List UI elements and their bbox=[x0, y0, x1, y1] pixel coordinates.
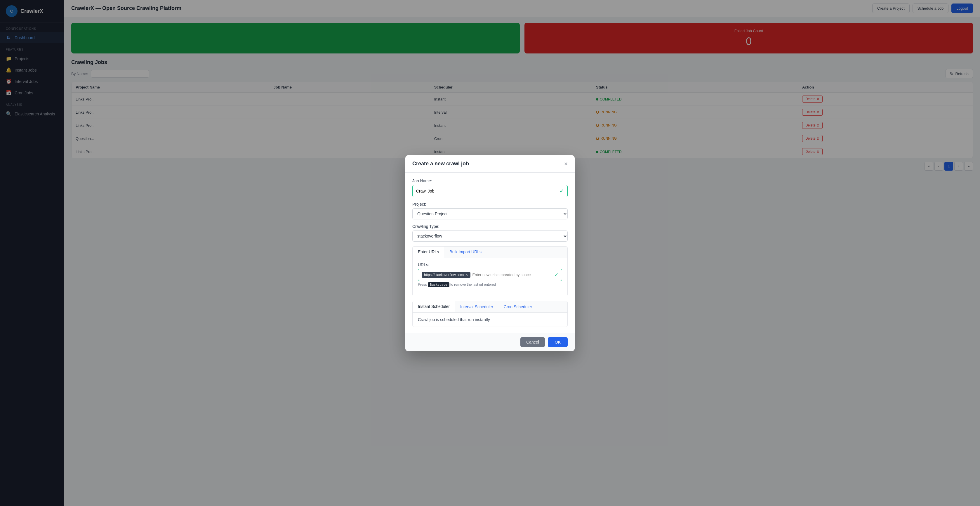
url-tab-group: Enter URLs Bulk Import URLs URLs: https:… bbox=[412, 246, 568, 296]
tab-cron-scheduler[interactable]: Cron Scheduler bbox=[498, 301, 537, 312]
instant-description: Crawl job is scheduled that run instantl… bbox=[418, 317, 490, 322]
scheduler-section: Instant Scheduler Interval Scheduler Cro… bbox=[412, 301, 568, 327]
tab-instant-scheduler[interactable]: Instant Scheduler bbox=[413, 301, 455, 312]
scheduler-tab-content: Crawl job is scheduled that run instantl… bbox=[413, 313, 567, 327]
job-name-input[interactable] bbox=[416, 189, 560, 193]
crawling-type-select[interactable]: stackoverflow bbox=[412, 230, 568, 242]
modal-footer: Cancel OK bbox=[405, 333, 575, 351]
job-name-group: Job Name: ✓ bbox=[412, 179, 568, 197]
modal-title: Create a new crawl job bbox=[412, 161, 469, 167]
url-text-input[interactable] bbox=[472, 273, 553, 277]
project-label: Project: bbox=[412, 202, 568, 206]
project-select[interactable]: Question Project bbox=[412, 208, 568, 219]
url-hint: Press Backspace to remove the last url e… bbox=[418, 283, 562, 287]
url-tag-text: https://stackoverflow.com/ bbox=[424, 273, 464, 277]
ok-button[interactable]: OK bbox=[548, 337, 568, 347]
crawling-type-group: Crawling Type: stackoverflow bbox=[412, 224, 568, 242]
create-job-modal: Create a new crawl job × Job Name: ✓ Pro… bbox=[405, 155, 575, 351]
modal-overlay: Create a new crawl job × Job Name: ✓ Pro… bbox=[0, 0, 980, 506]
urls-group: URLs: https://stackoverflow.com/ ✕ ✓ Pre… bbox=[418, 262, 562, 287]
url-check-icon: ✓ bbox=[555, 272, 558, 278]
tab-enter-urls[interactable]: Enter URLs bbox=[413, 247, 444, 258]
job-name-label: Job Name: bbox=[412, 179, 568, 183]
job-name-input-row: ✓ bbox=[412, 185, 568, 197]
url-input-area[interactable]: https://stackoverflow.com/ ✕ ✓ bbox=[418, 269, 562, 281]
modal-close-button[interactable]: × bbox=[564, 160, 568, 167]
backspace-kbd: Backspace bbox=[428, 282, 449, 287]
urls-label: URLs: bbox=[418, 262, 562, 267]
modal-header: Create a new crawl job × bbox=[405, 155, 575, 172]
url-tab-header: Enter URLs Bulk Import URLs bbox=[413, 247, 567, 258]
tab-interval-scheduler[interactable]: Interval Scheduler bbox=[455, 301, 498, 312]
job-name-check-icon: ✓ bbox=[560, 188, 564, 194]
url-tab-content: URLs: https://stackoverflow.com/ ✕ ✓ Pre… bbox=[413, 258, 567, 296]
tab-bulk-import[interactable]: Bulk Import URLs bbox=[444, 247, 487, 258]
crawling-type-label: Crawling Type: bbox=[412, 224, 568, 229]
project-group: Project: Question Project bbox=[412, 202, 568, 219]
url-hint-suffix: to remove the last url entered bbox=[450, 283, 496, 287]
scheduler-tab-header: Instant Scheduler Interval Scheduler Cro… bbox=[413, 301, 567, 313]
url-tag: https://stackoverflow.com/ ✕ bbox=[422, 272, 471, 278]
url-hint-prefix: Press bbox=[418, 283, 427, 287]
url-tag-remove[interactable]: ✕ bbox=[465, 273, 468, 277]
cancel-button[interactable]: Cancel bbox=[520, 337, 545, 347]
modal-body: Job Name: ✓ Project: Question Project Cr… bbox=[405, 172, 575, 333]
